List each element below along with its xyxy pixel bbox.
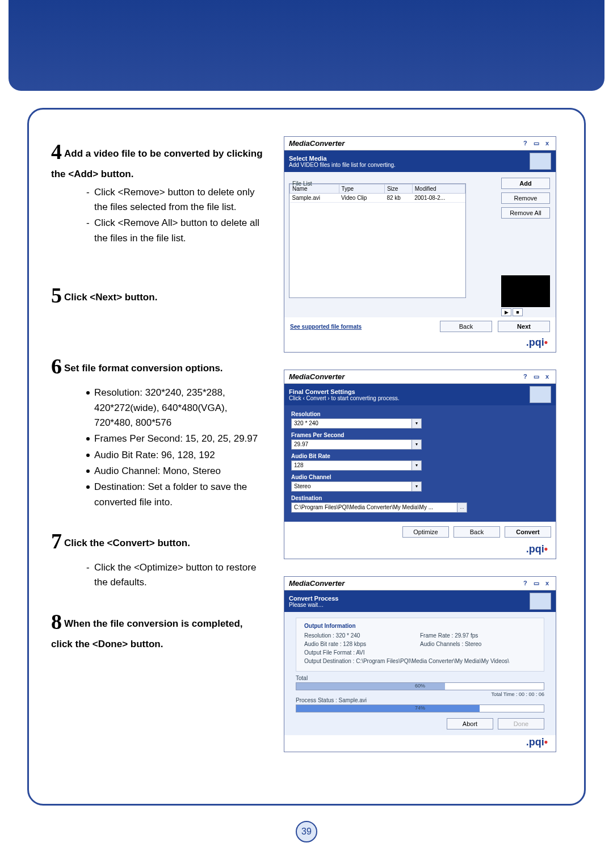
preview-pane [501, 275, 550, 307]
select-media-body: File List Name Type Size Modified Sample… [284, 172, 556, 317]
total-label: Total [296, 675, 544, 681]
section-title: Final Convert Settings [289, 388, 530, 395]
table-row[interactable]: Sample.avi Video Clip 82 kb 2001-08-2... [290, 194, 465, 203]
step-6-item: Resolution: 320*240, 235*288, 420*272(wi… [86, 385, 267, 430]
step-number: 5 [51, 280, 62, 311]
destination-field[interactable]: C:\Program Files\PQI\Media Converter\My … [291, 502, 467, 513]
page-number: 39 [296, 821, 317, 842]
file-list-label: File List [292, 181, 312, 187]
brand-logo: .pqi• [284, 542, 556, 559]
add-button[interactable]: Add [501, 178, 550, 189]
stop-icon[interactable]: ■ [513, 308, 523, 316]
total-progress-bar: 60% [296, 682, 544, 690]
total-percent: 60% [415, 683, 425, 689]
step-4-item: Click <Remove All> button to delete all … [86, 216, 267, 246]
step-6-item: Audio Channel: Mono, Stereo [86, 464, 267, 479]
col-type[interactable]: Type [339, 184, 384, 194]
step-7: 7Click the <Convert> button. Click the <… [51, 526, 267, 590]
preview-controls: ▶ ■ [501, 308, 550, 316]
step-number: 7 [51, 526, 62, 557]
page-content: 4Add a video file to be converted by cli… [51, 136, 568, 769]
out-res: Resolution : 320 * 240 [304, 632, 420, 639]
total-progress: Total 60% Total Time : 00 : 00 : 06 Proc… [296, 675, 544, 712]
out-abr: Audio Bit rate : 128 kbps [304, 641, 420, 647]
mediaconverter-select-media-window: MediaConverter ? ▭ x Select Media Add VI… [284, 136, 556, 353]
remove-button[interactable]: Remove [501, 192, 550, 204]
back-button[interactable]: Back [454, 526, 500, 538]
instructions-column: 4Add a video file to be converted by cli… [51, 136, 267, 769]
col-size[interactable]: Size [384, 184, 412, 194]
window-footer: See supported file formats Back Next [284, 317, 556, 336]
titlebar: MediaConverter ? ▭ x [284, 137, 556, 150]
mediaconverter-settings-window: MediaConverter ? ▭ x Final Convert Setti… [284, 370, 556, 559]
media-icon [530, 593, 551, 610]
out-dest: Output Destination : C:\Program Files\PQ… [304, 658, 536, 664]
file-list[interactable]: Name Type Size Modified Sample.avi Video… [289, 183, 466, 298]
audio-channel-select[interactable]: Stereo▾ [291, 481, 422, 492]
section-hint: Click ‹ Convert › to start converting pr… [289, 395, 530, 401]
screenshots-column: MediaConverter ? ▭ x Select Media Add VI… [284, 136, 556, 769]
titlebar: MediaConverter ? ▭ x [284, 577, 556, 590]
col-modified[interactable]: Modified [412, 184, 465, 194]
step-6-item: Destination: Set a folder to save the co… [86, 480, 267, 510]
cell-modified: 2001-08-2... [412, 194, 465, 203]
step-title: Add a video file to be converted by clic… [51, 148, 263, 179]
fps-label: Frames Per Second [291, 432, 549, 438]
step-number: 6 [51, 351, 62, 382]
step-8: 8When the file conversion is completed, … [51, 606, 267, 652]
out-fmt: Output File Format : AVI [304, 649, 536, 656]
chevron-down-icon: ▾ [412, 419, 421, 428]
output-information: Output Information Resolution : 320 * 24… [296, 618, 544, 672]
process-percent: 74% [415, 705, 425, 711]
section-header: Select Media Add VIDEO files into file l… [284, 150, 556, 172]
next-button[interactable]: Next [498, 321, 550, 332]
chevron-down-icon: ▾ [412, 461, 421, 470]
audio-bitrate-label: Audio Bit Rate [291, 453, 549, 459]
section-hint: Add VIDEO files into file list for conve… [289, 162, 530, 168]
play-icon[interactable]: ▶ [501, 308, 511, 316]
out-ach: Audio Channels : Stereo [420, 641, 536, 647]
process-status: Process Status : Sample.avi [296, 697, 544, 703]
browse-icon[interactable]: … [457, 503, 467, 512]
titlebar: MediaConverter ? ▭ x [284, 370, 556, 384]
media-icon [530, 153, 551, 170]
header-band [9, 0, 604, 91]
step-title: When the file conversion is completed, c… [51, 618, 243, 649]
resolution-select[interactable]: 320 * 240▾ [291, 418, 422, 429]
section-title: Select Media [289, 155, 530, 162]
step-6-item: Audio Bit Rate: 96, 128, 192 [86, 448, 267, 463]
step-6: 6Set file format conversion options. Res… [51, 351, 267, 510]
resolution-label: Resolution [291, 411, 549, 417]
done-button[interactable]: Done [498, 718, 544, 729]
window-controls[interactable]: ? ▭ x [523, 373, 551, 380]
out-fps: Frame Rate : 29.97 fps [420, 632, 536, 639]
window-title: MediaConverter [289, 372, 523, 381]
supported-formats-link[interactable]: See supported file formats [290, 324, 362, 330]
step-title: Click the <Convert> button. [64, 538, 190, 548]
audio-bitrate-select[interactable]: 128▾ [291, 460, 422, 471]
window-controls[interactable]: ? ▭ x [523, 580, 551, 587]
abort-button[interactable]: Abort [447, 718, 493, 729]
fps-select[interactable]: 29.97▾ [291, 439, 422, 450]
step-title: Click <Next> button. [64, 292, 157, 303]
step-6-item: Frames Per Second: 15, 20, 25, 29.97 [86, 431, 267, 446]
window-title: MediaConverter [289, 579, 523, 588]
step-4-item: Click <Remove> button to delete only the… [86, 185, 267, 215]
step-number: 8 [51, 606, 62, 638]
remove-all-button[interactable]: Remove All [501, 207, 550, 219]
section-header: Final Convert Settings Click ‹ Convert ›… [284, 384, 556, 405]
process-body: Output Information Resolution : 320 * 24… [284, 612, 556, 735]
settings-footer: Optimize Back Convert [284, 522, 556, 542]
section-header: Convert Process Please wait… [284, 590, 556, 612]
step-4: 4Add a video file to be converted by cli… [51, 136, 267, 246]
back-button[interactable]: Back [440, 321, 492, 332]
step-5: 5Click <Next> button. [51, 280, 267, 311]
convert-button[interactable]: Convert [505, 526, 551, 538]
output-info-heading: Output Information [304, 623, 536, 629]
window-controls[interactable]: ? ▭ x [523, 140, 551, 147]
destination-label: Destination [291, 495, 549, 501]
chevron-down-icon: ▾ [412, 482, 421, 491]
chevron-down-icon: ▾ [412, 440, 421, 449]
file-side-buttons: Add Remove Remove All ▶ ■ [501, 178, 550, 316]
optimize-button[interactable]: Optimize [402, 526, 449, 538]
